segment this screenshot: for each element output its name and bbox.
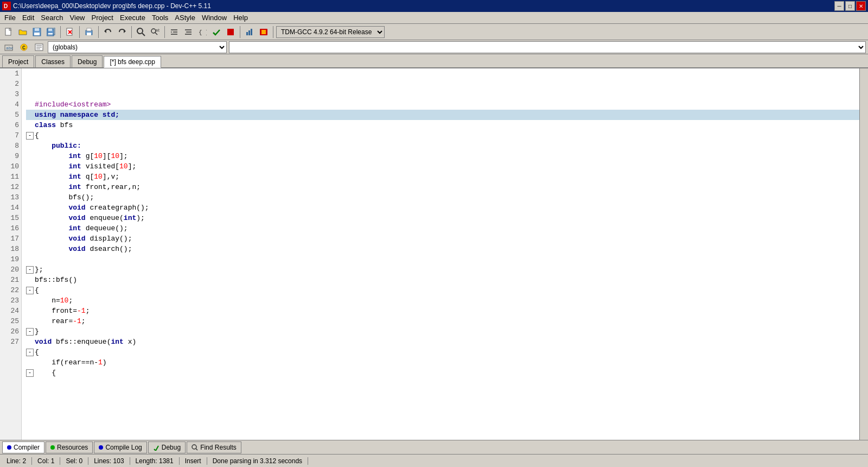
code-line-19[interactable]: -{ bbox=[26, 285, 859, 295]
code-line-14[interactable]: void display(); bbox=[26, 234, 859, 244]
unindent-button[interactable] bbox=[182, 26, 195, 39]
replace-button[interactable]: ab bbox=[149, 26, 162, 39]
tab-resources[interactable]: Resources bbox=[46, 441, 93, 453]
globals-select[interactable]: (globals) bbox=[48, 41, 227, 53]
save-all-button[interactable] bbox=[44, 26, 58, 39]
code-line-9[interactable]: int front,rear,n; bbox=[26, 182, 859, 192]
class-browser-btn1[interactable]: abc bbox=[2, 41, 15, 54]
find-button[interactable] bbox=[135, 26, 148, 39]
title-bar-left: D C:\Users\deepa_000\Desktop\dev prog\bf… bbox=[2, 2, 211, 10]
code-line-13[interactable]: int dequeue(); bbox=[26, 223, 859, 234]
tab-compile-log[interactable]: Compile Log bbox=[94, 441, 146, 453]
class-browser-btn3[interactable] bbox=[33, 41, 46, 54]
code-line-11[interactable]: void creategraph(); bbox=[26, 203, 859, 213]
length-status: Length: 1381 bbox=[130, 457, 180, 465]
function-select[interactable] bbox=[229, 41, 866, 53]
code-line-5[interactable]: public: bbox=[26, 141, 859, 151]
code-line-12[interactable]: void enqueue(int); bbox=[26, 213, 859, 223]
minimize-button[interactable]: ─ bbox=[834, 1, 844, 11]
code-line-24[interactable]: void bfs::enqueue(int x) bbox=[26, 337, 859, 347]
code-line-2[interactable]: using namespace std; bbox=[26, 110, 859, 120]
status-message: Done parsing in 3.312 seconds bbox=[207, 457, 308, 465]
svg-line-20 bbox=[142, 33, 145, 36]
code-line-17[interactable]: -}; bbox=[26, 264, 859, 275]
code-line-8[interactable]: int q[10],v; bbox=[26, 172, 859, 182]
menu-project[interactable]: Project bbox=[88, 12, 117, 23]
line-numbers: 1234567891011121314151617181920212223242… bbox=[0, 68, 22, 440]
redo-button[interactable] bbox=[116, 26, 129, 39]
main-area: 1234567891011121314151617181920212223242… bbox=[0, 68, 868, 440]
code-line-25[interactable]: -{ bbox=[26, 347, 859, 357]
scrollbar[interactable] bbox=[859, 68, 868, 440]
code-line-7[interactable]: int visited[10]; bbox=[26, 161, 859, 172]
fold-button-27[interactable]: - bbox=[26, 369, 34, 377]
print-button[interactable] bbox=[82, 26, 95, 39]
tab-debug-bottom[interactable]: Debug bbox=[148, 441, 186, 453]
stop-button[interactable] bbox=[224, 26, 237, 39]
code-line-15[interactable]: void dsearch(); bbox=[26, 244, 859, 254]
code-line-26[interactable]: if(rear==n-1) bbox=[26, 357, 859, 368]
tab-debug[interactable]: Debug bbox=[72, 55, 103, 67]
debug-run-button[interactable] bbox=[257, 26, 270, 39]
tab-classes[interactable]: Classes bbox=[35, 55, 71, 67]
code-line-20[interactable]: n=10; bbox=[26, 295, 859, 306]
code-line-6[interactable]: int g[10][10]; bbox=[26, 151, 859, 161]
tab-bar: Project Classes Debug [*] bfs deep.cpp bbox=[0, 54, 868, 68]
class-browser-btn2[interactable]: C bbox=[17, 41, 30, 54]
menu-edit[interactable]: Edit bbox=[19, 12, 37, 23]
fold-button-4[interactable]: - bbox=[26, 132, 34, 140]
indent-button[interactable] bbox=[168, 26, 181, 39]
maximize-button[interactable]: □ bbox=[845, 1, 855, 11]
undo-button[interactable] bbox=[101, 26, 114, 39]
tab-project[interactable]: Project bbox=[2, 55, 34, 67]
code-line-22[interactable]: rear=-1; bbox=[26, 316, 859, 326]
tab-file[interactable]: [*] bfs deep.cpp bbox=[104, 56, 161, 68]
code-line-18[interactable]: bfs::bfs() bbox=[26, 275, 859, 285]
close-button[interactable]: ✕ bbox=[856, 1, 866, 11]
svg-marker-31 bbox=[186, 31, 187, 33]
code-line-16[interactable] bbox=[26, 254, 859, 264]
menu-astyle[interactable]: AStyle bbox=[171, 12, 199, 23]
new-button[interactable] bbox=[2, 26, 15, 39]
code-line-23[interactable]: -} bbox=[26, 326, 859, 337]
sel-status: Sel: 0 bbox=[60, 457, 88, 465]
fold-button-19[interactable]: - bbox=[26, 287, 34, 294]
svg-rect-8 bbox=[48, 29, 52, 31]
toolbar1: ab { } TDM-GCC 4.9.2 64-bit Release bbox=[0, 24, 868, 40]
menu-window[interactable]: Window bbox=[199, 12, 230, 23]
open-button[interactable] bbox=[16, 26, 29, 39]
tab-find-results[interactable]: Find Results bbox=[187, 441, 241, 453]
resources-icon bbox=[50, 445, 55, 450]
svg-rect-16 bbox=[87, 33, 91, 35]
code-line-27[interactable]: - { bbox=[26, 368, 859, 378]
toggle-comment-button[interactable]: { } bbox=[196, 26, 209, 39]
lines-status: Lines: 103 bbox=[88, 457, 130, 465]
menu-execute[interactable]: Execute bbox=[117, 12, 149, 23]
code-area[interactable]: #include<iostream>using namespace std;cl… bbox=[22, 68, 859, 440]
menu-help[interactable]: Help bbox=[230, 12, 251, 23]
code-line-1[interactable]: #include<iostream> bbox=[26, 99, 859, 110]
tab-compiler[interactable]: Compiler bbox=[2, 441, 44, 453]
code-line-4[interactable]: -{ bbox=[26, 130, 859, 141]
syntax-check-button[interactable] bbox=[210, 26, 223, 39]
compiler-icon bbox=[7, 445, 11, 450]
code-line-10[interactable]: bfs(); bbox=[26, 192, 859, 203]
bar-chart-button[interactable] bbox=[243, 26, 256, 39]
menu-tools[interactable]: Tools bbox=[149, 12, 171, 23]
code-line-21[interactable]: front=-1; bbox=[26, 306, 859, 316]
code-container[interactable]: 1234567891011121314151617181920212223242… bbox=[0, 68, 859, 440]
save-button[interactable] bbox=[30, 26, 43, 39]
menu-view[interactable]: View bbox=[67, 12, 88, 23]
code-line-3[interactable]: class bfs bbox=[26, 120, 859, 130]
svg-text:ab: ab bbox=[156, 28, 159, 33]
menu-search[interactable]: Search bbox=[37, 12, 66, 23]
close-file-button[interactable] bbox=[63, 26, 76, 39]
fold-close-button-17[interactable]: - bbox=[26, 266, 34, 274]
svg-text:C: C bbox=[22, 45, 25, 51]
fold-close-button-23[interactable]: - bbox=[26, 328, 34, 336]
compiler-select[interactable]: TDM-GCC 4.9.2 64-bit Release bbox=[276, 26, 385, 38]
svg-text:D: D bbox=[4, 3, 8, 9]
svg-line-48 bbox=[196, 449, 197, 450]
menu-file[interactable]: File bbox=[1, 12, 19, 23]
fold-button-25[interactable]: - bbox=[26, 349, 34, 356]
